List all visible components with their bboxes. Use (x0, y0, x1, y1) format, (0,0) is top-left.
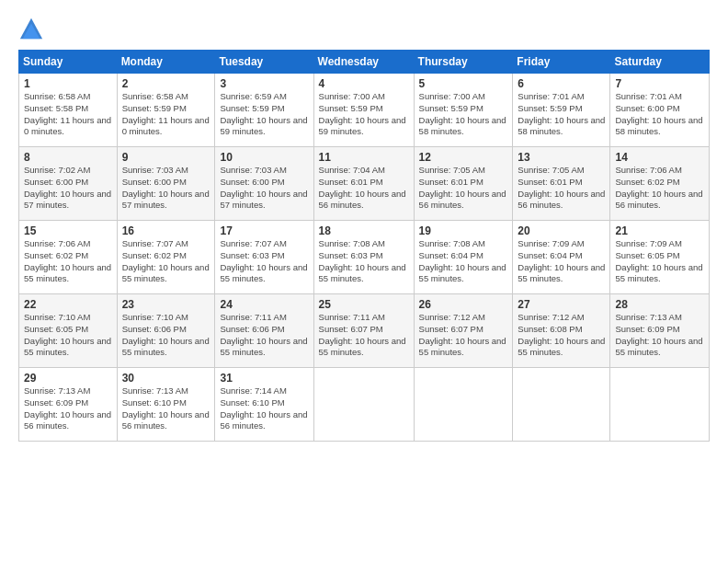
day-info: Sunrise: 7:08 AMSunset: 6:04 PMDaylight:… (419, 238, 508, 285)
day-number: 15 (24, 224, 112, 237)
day-number: 19 (419, 224, 508, 237)
calendar-cell: 19Sunrise: 7:08 AMSunset: 6:04 PMDayligh… (414, 221, 513, 294)
day-number: 4 (319, 77, 409, 90)
day-header-wednesday: Wednesday (313, 51, 414, 74)
day-number: 17 (220, 224, 308, 237)
day-info: Sunrise: 7:05 AMSunset: 6:01 PMDaylight:… (419, 165, 508, 212)
day-info: Sunrise: 7:00 AMSunset: 5:59 PMDaylight:… (319, 91, 409, 138)
day-info: Sunrise: 7:09 AMSunset: 6:05 PMDaylight:… (615, 238, 704, 285)
day-info: Sunrise: 7:13 AMSunset: 6:09 PMDaylight:… (615, 312, 704, 359)
day-info: Sunrise: 7:02 AMSunset: 6:00 PMDaylight:… (24, 165, 112, 212)
day-info: Sunrise: 7:03 AMSunset: 6:00 PMDaylight:… (220, 165, 308, 212)
day-info: Sunrise: 7:08 AMSunset: 6:03 PMDaylight:… (319, 238, 409, 285)
day-info: Sunrise: 7:12 AMSunset: 6:08 PMDaylight:… (518, 312, 605, 359)
day-header-monday: Monday (117, 51, 215, 74)
day-number: 9 (122, 151, 210, 164)
day-info: Sunrise: 7:12 AMSunset: 6:07 PMDaylight:… (419, 312, 508, 359)
calendar-week-1: 1Sunrise: 6:58 AMSunset: 5:58 PMDaylight… (19, 74, 710, 147)
calendar-week-4: 22Sunrise: 7:10 AMSunset: 6:05 PMDayligh… (19, 294, 710, 368)
day-number: 12 (419, 151, 508, 164)
calendar-cell: 26Sunrise: 7:12 AMSunset: 6:07 PMDayligh… (414, 294, 513, 368)
day-number: 25 (319, 298, 409, 311)
day-number: 20 (518, 224, 605, 237)
calendar-week-3: 15Sunrise: 7:06 AMSunset: 6:02 PMDayligh… (19, 221, 710, 294)
calendar-cell: 2Sunrise: 6:58 AMSunset: 5:59 PMDaylight… (117, 74, 215, 147)
header-area (18, 17, 710, 42)
calendar-table: SundayMondayTuesdayWednesdayThursdayFrid… (18, 50, 710, 442)
day-number: 28 (615, 298, 704, 311)
day-info: Sunrise: 7:13 AMSunset: 6:09 PMDaylight:… (24, 385, 112, 432)
day-info: Sunrise: 7:04 AMSunset: 6:01 PMDaylight:… (319, 165, 409, 212)
calendar-cell: 17Sunrise: 7:07 AMSunset: 6:03 PMDayligh… (215, 221, 313, 294)
day-number: 18 (319, 224, 409, 237)
day-number: 3 (220, 77, 308, 90)
day-header-tuesday: Tuesday (215, 51, 313, 74)
calendar-cell: 3Sunrise: 6:59 AMSunset: 5:59 PMDaylight… (215, 74, 313, 147)
day-info: Sunrise: 7:11 AMSunset: 6:06 PMDaylight:… (220, 312, 308, 359)
day-number: 10 (220, 151, 308, 164)
day-number: 14 (615, 151, 704, 164)
day-info: Sunrise: 7:06 AMSunset: 6:02 PMDaylight:… (615, 165, 704, 212)
calendar-cell: 14Sunrise: 7:06 AMSunset: 6:02 PMDayligh… (610, 147, 710, 221)
calendar-cell: 28Sunrise: 7:13 AMSunset: 6:09 PMDayligh… (610, 294, 710, 368)
calendar-cell (414, 368, 513, 442)
day-info: Sunrise: 7:10 AMSunset: 6:05 PMDaylight:… (24, 312, 112, 359)
day-info: Sunrise: 7:13 AMSunset: 6:10 PMDaylight:… (122, 385, 210, 432)
day-number: 13 (518, 151, 605, 164)
calendar-cell: 1Sunrise: 6:58 AMSunset: 5:58 PMDaylight… (19, 74, 118, 147)
day-number: 26 (419, 298, 508, 311)
calendar-cell: 29Sunrise: 7:13 AMSunset: 6:09 PMDayligh… (19, 368, 118, 442)
calendar-cell: 8Sunrise: 7:02 AMSunset: 6:00 PMDaylight… (19, 147, 118, 221)
day-info: Sunrise: 6:58 AMSunset: 5:58 PMDaylight:… (24, 91, 112, 138)
day-headers-row: SundayMondayTuesdayWednesdayThursdayFrid… (19, 51, 710, 74)
day-info: Sunrise: 7:07 AMSunset: 6:03 PMDaylight:… (220, 238, 308, 285)
day-number: 22 (24, 298, 112, 311)
calendar-cell: 15Sunrise: 7:06 AMSunset: 6:02 PMDayligh… (19, 221, 118, 294)
calendar-cell: 7Sunrise: 7:01 AMSunset: 6:00 PMDaylight… (610, 74, 710, 147)
day-info: Sunrise: 7:01 AMSunset: 6:00 PMDaylight:… (615, 91, 704, 138)
day-info: Sunrise: 7:07 AMSunset: 6:02 PMDaylight:… (122, 238, 210, 285)
day-number: 21 (615, 224, 704, 237)
day-number: 8 (24, 151, 112, 164)
day-number: 16 (122, 224, 210, 237)
day-info: Sunrise: 7:00 AMSunset: 5:59 PMDaylight:… (419, 91, 508, 138)
calendar-cell: 23Sunrise: 7:10 AMSunset: 6:06 PMDayligh… (117, 294, 215, 368)
logo-icon (18, 17, 44, 42)
day-info: Sunrise: 6:58 AMSunset: 5:59 PMDaylight:… (122, 91, 210, 138)
calendar-cell (313, 368, 414, 442)
calendar-cell: 4Sunrise: 7:00 AMSunset: 5:59 PMDaylight… (313, 74, 414, 147)
calendar-cell: 6Sunrise: 7:01 AMSunset: 5:59 PMDaylight… (513, 74, 610, 147)
day-header-thursday: Thursday (414, 51, 513, 74)
calendar-cell: 24Sunrise: 7:11 AMSunset: 6:06 PMDayligh… (215, 294, 313, 368)
day-number: 29 (24, 372, 112, 385)
calendar-cell: 31Sunrise: 7:14 AMSunset: 6:10 PMDayligh… (215, 368, 313, 442)
calendar-cell: 11Sunrise: 7:04 AMSunset: 6:01 PMDayligh… (313, 147, 414, 221)
calendar-cell: 10Sunrise: 7:03 AMSunset: 6:00 PMDayligh… (215, 147, 313, 221)
day-number: 23 (122, 298, 210, 311)
calendar-cell: 21Sunrise: 7:09 AMSunset: 6:05 PMDayligh… (610, 221, 710, 294)
day-number: 27 (518, 298, 605, 311)
day-number: 31 (220, 372, 308, 385)
day-info: Sunrise: 7:06 AMSunset: 6:02 PMDaylight:… (24, 238, 112, 285)
day-header-saturday: Saturday (610, 51, 710, 74)
day-number: 11 (319, 151, 409, 164)
calendar-cell: 30Sunrise: 7:13 AMSunset: 6:10 PMDayligh… (117, 368, 215, 442)
calendar-cell: 13Sunrise: 7:05 AMSunset: 6:01 PMDayligh… (513, 147, 610, 221)
day-number: 1 (24, 77, 112, 90)
calendar-cell: 20Sunrise: 7:09 AMSunset: 6:04 PMDayligh… (513, 221, 610, 294)
calendar-cell: 18Sunrise: 7:08 AMSunset: 6:03 PMDayligh… (313, 221, 414, 294)
day-header-sunday: Sunday (19, 51, 118, 74)
page: SundayMondayTuesdayWednesdayThursdayFrid… (0, 0, 728, 563)
day-number: 7 (615, 77, 704, 90)
day-info: Sunrise: 7:09 AMSunset: 6:04 PMDaylight:… (518, 238, 605, 285)
day-number: 24 (220, 298, 308, 311)
logo-area (18, 17, 46, 42)
calendar-week-2: 8Sunrise: 7:02 AMSunset: 6:00 PMDaylight… (19, 147, 710, 221)
day-number: 6 (518, 77, 605, 90)
day-number: 5 (419, 77, 508, 90)
calendar-week-5: 29Sunrise: 7:13 AMSunset: 6:09 PMDayligh… (19, 368, 710, 442)
day-info: Sunrise: 7:10 AMSunset: 6:06 PMDaylight:… (122, 312, 210, 359)
calendar-cell: 5Sunrise: 7:00 AMSunset: 5:59 PMDaylight… (414, 74, 513, 147)
day-number: 2 (122, 77, 210, 90)
day-info: Sunrise: 7:03 AMSunset: 6:00 PMDaylight:… (122, 165, 210, 212)
